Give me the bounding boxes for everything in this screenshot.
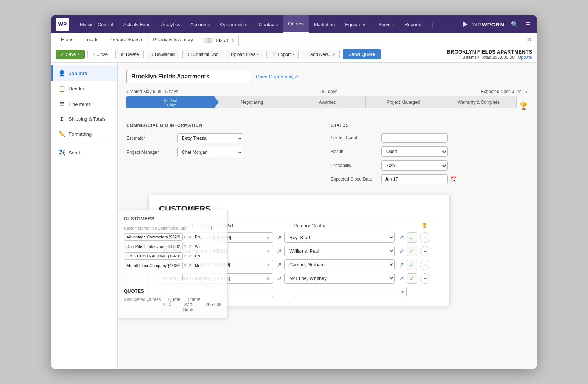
estimator-select[interactable]: Betty Trezza: [177, 133, 243, 143]
contact-4-external-link[interactable]: ↗: [399, 275, 404, 282]
sidebar-item-header[interactable]: 📋 Header: [51, 81, 117, 96]
bg-remove-1[interactable]: ×: [184, 234, 187, 239]
result-select[interactable]: Open: [381, 146, 448, 157]
customer-1-external-link[interactable]: ↗: [277, 234, 282, 241]
sec-nav-locate[interactable]: Locate: [79, 33, 104, 46]
customer-4-remove[interactable]: ×: [267, 275, 270, 281]
bg-remove-2[interactable]: ×: [184, 244, 187, 249]
upload-files-button[interactable]: Upload Files ▾: [226, 50, 263, 59]
expected-close-input[interactable]: [381, 174, 448, 184]
quote-tab[interactable]: 📋 1826.1 ×: [200, 35, 239, 46]
bg-customer-input-1[interactable]: [124, 233, 183, 241]
menu-icon[interactable]: ☰: [524, 19, 532, 29]
submittal-doc-button[interactable]: ↓ Submittal Doc: [182, 50, 223, 59]
progress-warranty[interactable]: Warranty & Complete: [441, 96, 517, 108]
sec-nav-pricing[interactable]: Pricing & Inventory: [148, 33, 198, 46]
bg-ext-2[interactable]: ↗: [188, 244, 192, 249]
customer-2-check-button[interactable]: ✓: [407, 246, 417, 256]
bg-remove-4[interactable]: ×: [184, 263, 187, 268]
company-name: BROOKLYN FIELDS APARTMENTS: [447, 49, 532, 55]
customer-1-delete-button[interactable]: −: [420, 232, 430, 243]
nav-item-quotes[interactable]: Quotes: [283, 15, 309, 33]
progress-negotiating[interactable]: Negotiating: [214, 96, 290, 108]
customer-4-external-link[interactable]: ↗: [277, 275, 282, 282]
customer-1-check-button[interactable]: ✓: [407, 232, 417, 243]
update-link[interactable]: Update: [518, 55, 532, 60]
download-button[interactable]: ↓ Download: [147, 50, 179, 59]
search-icon[interactable]: 🔍: [509, 19, 520, 29]
customer-3-remove[interactable]: ×: [267, 262, 270, 268]
nav-item-opportunities[interactable]: Opportunities: [215, 15, 254, 33]
contact-1-select[interactable]: Roy, Brad: [284, 232, 395, 243]
send-quote-button[interactable]: Send Quote: [343, 49, 381, 59]
nav-item-equipment[interactable]: Equipment: [340, 15, 373, 33]
source-event-input[interactable]: [381, 133, 448, 143]
probability-select[interactable]: 70%: [381, 160, 448, 171]
sec-nav-home[interactable]: Home: [56, 33, 79, 46]
customer-3-external-link[interactable]: ↗: [277, 261, 282, 268]
customer-2-external-link[interactable]: ↗: [277, 248, 282, 255]
customer-2-remove[interactable]: ×: [267, 248, 270, 254]
sidebar-item-send[interactable]: ✈️ Send: [51, 145, 117, 160]
nav-item-marketing[interactable]: Marketing: [309, 15, 340, 33]
export-dropdown-icon[interactable]: ▾: [292, 52, 294, 56]
progress-awarded[interactable]: Awarded: [290, 96, 366, 108]
contact-2-external-link[interactable]: ↗: [399, 248, 404, 255]
customer-1-remove[interactable]: ×: [267, 235, 270, 241]
close-window-button[interactable]: ✕: [527, 36, 532, 44]
progress-project-managed[interactable]: Project Managed: [366, 96, 441, 108]
nav-item-reports[interactable]: Reports: [399, 15, 427, 33]
customer-4-delete-button[interactable]: −: [420, 273, 430, 284]
new-contact-select[interactable]: [294, 287, 407, 297]
sidebar-item-shipping-totals[interactable]: Σ Shipping & Totals: [51, 112, 117, 126]
bg-customer-input-4[interactable]: [124, 262, 183, 269]
tab-close-button[interactable]: ×: [232, 38, 234, 43]
project-manager-select[interactable]: Chet Morgan: [177, 147, 243, 157]
save-dropdown-arrow[interactable]: ▾: [78, 52, 80, 56]
delete-button[interactable]: 🗑 Delete: [115, 50, 144, 59]
nav-right-section: WPWPCRM 🔍 ☰: [463, 19, 533, 29]
tab-label: 1826.1: [215, 38, 229, 43]
contact-1-external-link[interactable]: ↗: [399, 234, 404, 241]
customer-4-check-button[interactable]: ✓: [407, 273, 417, 284]
export-icon: 📄: [271, 52, 277, 57]
customer-3-check-button[interactable]: ✓: [407, 260, 417, 270]
sidebar-item-job-info[interactable]: 👤 Job Info: [51, 65, 117, 81]
nav-item-analytics[interactable]: Analytics: [156, 15, 185, 33]
sidebar-item-formatting[interactable]: ✏️ Formatting: [51, 126, 117, 142]
save-button[interactable]: ✓ Save ▾: [56, 50, 85, 59]
sec-nav-product-search[interactable]: Product Search: [104, 33, 148, 46]
customer-2-delete-button[interactable]: −: [420, 246, 430, 256]
tab-badge: 📋: [204, 38, 213, 43]
bg-remove-3[interactable]: ×: [184, 253, 187, 259]
bg-ext-3[interactable]: ↗: [188, 253, 192, 259]
open-opportunity-link[interactable]: Open Opportunity ↗: [256, 74, 298, 79]
add-new-button[interactable]: + Add New... ▾: [302, 50, 340, 59]
probability-select-wrap: 70%: [381, 160, 448, 171]
bg-customer-input-2[interactable]: [124, 243, 183, 250]
nav-item-accounts[interactable]: Accounts: [185, 15, 215, 33]
nav-item-activity-feed[interactable]: Activity Feed: [118, 15, 156, 33]
contact-2-select[interactable]: Williams, Paul: [284, 246, 395, 256]
progress-bid-list[interactable]: Bid List 15 days: [126, 96, 214, 108]
nav-item-mission-central[interactable]: Mission Central: [75, 15, 118, 33]
export-button[interactable]: 📄 Export ▾: [266, 50, 299, 59]
close-button[interactable]: × Close: [87, 50, 112, 59]
bg-customer-input-3[interactable]: [124, 252, 183, 260]
add-new-dropdown-icon[interactable]: ▾: [333, 52, 335, 56]
probability-row: Probability 70%: [331, 160, 528, 171]
job-title-input[interactable]: [126, 70, 251, 83]
sidebar-item-line-items[interactable]: ☰ Line Items: [51, 96, 117, 112]
contact-3-select[interactable]: Carson, Graham: [284, 259, 395, 270]
bg-ext-1[interactable]: ↗: [188, 234, 192, 239]
nav-item-contacts[interactable]: Contacts: [254, 15, 283, 33]
bg-new-customer-input[interactable]: [124, 274, 183, 281]
customer-3-delete-button[interactable]: −: [420, 260, 430, 270]
calendar-icon[interactable]: 📅: [451, 176, 457, 182]
nav-item-service[interactable]: Service: [373, 15, 399, 33]
upload-dropdown-icon[interactable]: ▾: [257, 52, 259, 56]
contact-4-select[interactable]: McBride, Whitney: [284, 273, 395, 284]
play-button[interactable]: [463, 22, 468, 27]
contact-3-external-link[interactable]: ↗: [399, 261, 404, 268]
bg-ext-4[interactable]: ↗: [188, 263, 192, 268]
